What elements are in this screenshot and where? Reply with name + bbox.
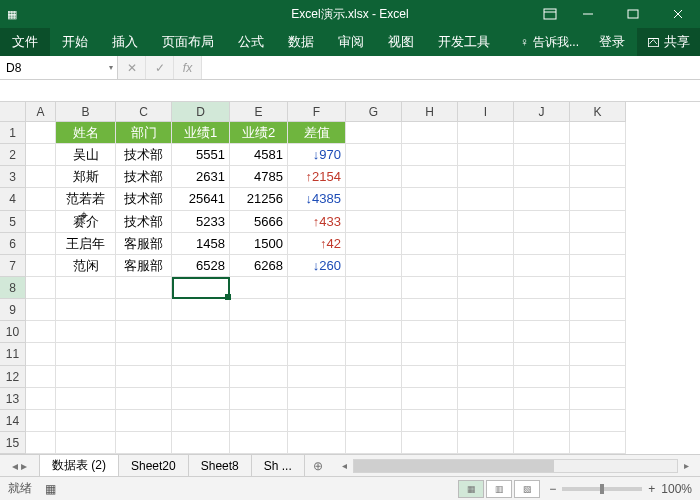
cell[interactable]: ↓4385 [288,188,346,210]
cell[interactable] [458,277,514,299]
cell[interactable] [230,366,288,388]
cell[interactable]: 业绩2 [230,122,288,144]
cell[interactable] [172,277,230,299]
cell[interactable] [26,366,56,388]
cell[interactable] [172,366,230,388]
cell[interactable] [570,166,626,188]
cell[interactable]: 25641 [172,188,230,210]
cell[interactable] [56,432,116,454]
cell[interactable] [26,166,56,188]
row-header[interactable]: 5 [0,211,26,233]
macro-record-icon[interactable]: ▦ [40,482,60,496]
add-sheet-button[interactable]: ⊕ [305,455,331,476]
cell[interactable] [288,299,346,321]
cell[interactable] [514,122,570,144]
tab-developer[interactable]: 开发工具 [426,28,502,56]
cell[interactable]: 赛介 [56,211,116,233]
cell[interactable] [56,299,116,321]
cell[interactable]: ↓260 [288,255,346,277]
cell[interactable] [116,410,172,432]
row-header[interactable]: 6 [0,233,26,255]
cell[interactable]: ↓970 [288,144,346,166]
chevron-down-icon[interactable]: ▾ [109,63,113,72]
enter-formula-button[interactable]: ✓ [146,56,174,79]
cell[interactable]: 6528 [172,255,230,277]
cell[interactable] [172,410,230,432]
cell[interactable] [172,299,230,321]
cell[interactable] [458,122,514,144]
cell[interactable] [402,188,458,210]
cell[interactable] [116,388,172,410]
cell[interactable]: 技术部 [116,211,172,233]
cell[interactable] [570,122,626,144]
cell[interactable] [402,277,458,299]
cell[interactable] [570,343,626,365]
cell[interactable] [230,388,288,410]
row-header[interactable]: 8 [0,277,26,299]
cell[interactable] [288,388,346,410]
sheet-nav[interactable]: ◂ ▸ [0,455,40,476]
col-header[interactable]: J [514,102,570,122]
cell[interactable] [514,321,570,343]
cell[interactable] [172,432,230,454]
cell[interactable]: 5233 [172,211,230,233]
cell[interactable] [458,233,514,255]
cell[interactable] [26,410,56,432]
cell[interactable] [570,211,626,233]
cell[interactable] [458,410,514,432]
cell[interactable] [570,188,626,210]
zoom-slider[interactable] [562,487,642,491]
cell[interactable] [570,277,626,299]
cell[interactable] [514,432,570,454]
cell[interactable] [56,388,116,410]
cell[interactable] [458,188,514,210]
insert-function-button[interactable]: fx [174,56,202,79]
cell[interactable]: 技术部 [116,144,172,166]
cell[interactable]: 4581 [230,144,288,166]
cell[interactable] [346,277,402,299]
cell[interactable] [26,122,56,144]
cell[interactable]: 技术部 [116,166,172,188]
row-header[interactable]: 1 [0,122,26,144]
cell[interactable] [230,410,288,432]
tab-formulas[interactable]: 公式 [226,28,276,56]
cell[interactable] [402,410,458,432]
cell[interactable] [230,343,288,365]
cell[interactable] [116,277,172,299]
cell[interactable] [26,299,56,321]
row-header[interactable]: 12 [0,366,26,388]
cell[interactable] [26,343,56,365]
cell[interactable] [402,144,458,166]
cell[interactable] [26,388,56,410]
cell[interactable] [514,144,570,166]
tab-insert[interactable]: 插入 [100,28,150,56]
cell[interactable]: ↑433 [288,211,346,233]
tab-data[interactable]: 数据 [276,28,326,56]
cell[interactable] [116,299,172,321]
cell[interactable] [514,366,570,388]
cell[interactable] [402,233,458,255]
page-break-view-button[interactable]: ▧ [514,480,540,498]
select-all-corner[interactable] [0,102,26,122]
cell[interactable] [514,255,570,277]
cell[interactable]: 2631 [172,166,230,188]
cell[interactable] [288,277,346,299]
cell[interactable] [402,211,458,233]
cell[interactable] [346,432,402,454]
cell[interactable]: ↑2154 [288,166,346,188]
cell[interactable] [402,122,458,144]
cell[interactable] [402,255,458,277]
cell[interactable] [514,211,570,233]
cell[interactable] [514,277,570,299]
cell[interactable] [26,277,56,299]
cell[interactable] [346,144,402,166]
cell[interactable] [346,388,402,410]
cell[interactable] [346,299,402,321]
cell[interactable] [402,432,458,454]
sheet-tab[interactable]: 数据表 (2) [40,455,119,476]
normal-view-button[interactable]: ▦ [458,480,484,498]
cell[interactable] [570,233,626,255]
col-header[interactable]: F [288,102,346,122]
cell[interactable] [346,233,402,255]
cell[interactable] [458,144,514,166]
